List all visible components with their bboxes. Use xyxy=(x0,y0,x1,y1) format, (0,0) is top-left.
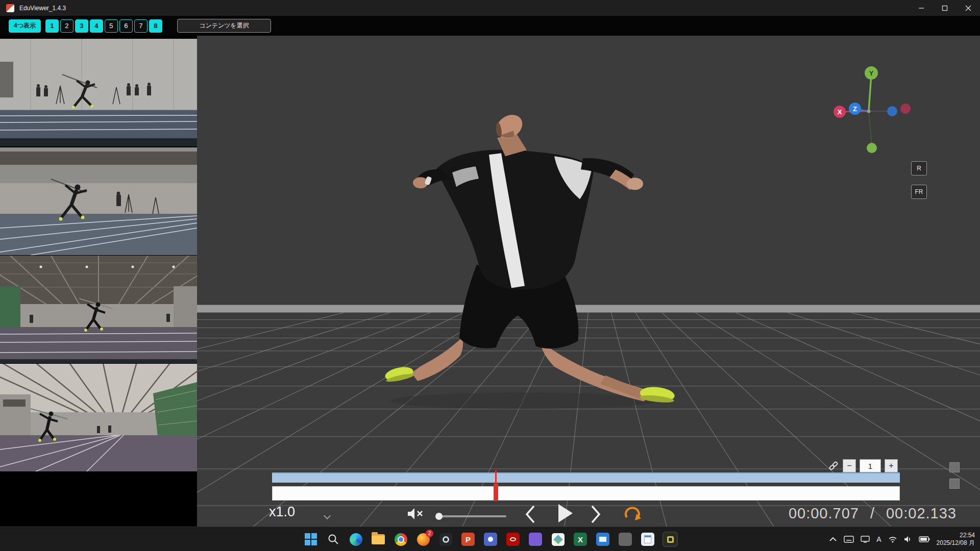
taskbar-app-display[interactable] xyxy=(596,532,610,546)
play-icon xyxy=(554,501,575,525)
video-thumbnail-panel xyxy=(0,36,197,527)
next-frame-button[interactable] xyxy=(587,503,604,527)
eduviewer-icon xyxy=(664,533,677,546)
edge-icon xyxy=(350,533,362,546)
timeline[interactable] xyxy=(272,472,900,502)
step-decrease-button[interactable]: − xyxy=(843,459,856,472)
time-display: 00:00.707/00:02.133 xyxy=(789,505,957,522)
speaker-muted-icon xyxy=(406,506,426,521)
playback-speed[interactable]: x1.0 xyxy=(269,504,295,520)
viewport-3d[interactable]: Y X Z R FR − 1 xyxy=(197,36,980,527)
system-tray: A 22:54 2025/12/08 月 xyxy=(829,527,975,551)
timeline-seek-bar[interactable] xyxy=(272,486,900,500)
app-window: EduViewer_1.4.3 4つ表示 1 2 3 4 5 6 7 8 コンテ… xyxy=(0,0,980,551)
taskbar-app-chrome[interactable] xyxy=(394,532,408,546)
playhead[interactable] xyxy=(494,470,498,502)
taskbar-app-edge[interactable] xyxy=(349,532,363,546)
four-view-toggle[interactable]: 4つ表示 xyxy=(9,19,41,33)
ime-mode-indicator[interactable]: A xyxy=(876,535,881,543)
camera-button-8[interactable]: 8 xyxy=(149,19,162,33)
taskbar-app-recorder[interactable] xyxy=(438,532,453,546)
maximize-button[interactable] xyxy=(933,0,957,16)
loop-button[interactable] xyxy=(620,500,643,526)
toolbar: 4つ表示 1 2 3 4 5 6 7 8 コンテンツを選択 xyxy=(0,16,980,36)
volume-tray-icon[interactable] xyxy=(904,536,912,543)
video-thumbnail-4[interactable] xyxy=(0,364,197,471)
search-icon xyxy=(328,534,339,545)
loop-icon xyxy=(620,500,643,524)
display-app-icon xyxy=(596,533,609,546)
gizmo-axis-neg-z[interactable] xyxy=(887,106,897,116)
grid-app-icon xyxy=(619,533,632,546)
taskbar-app-grid[interactable] xyxy=(618,532,632,546)
taskbar-icons: 2 P X xyxy=(304,527,677,551)
taskbar-app-browser[interactable]: 2 xyxy=(416,532,430,546)
reset-view-button[interactable]: R xyxy=(911,161,927,176)
timeline-range-bar[interactable] xyxy=(272,472,900,483)
gizmo-axis-z[interactable]: Z xyxy=(849,103,861,115)
minimize-icon xyxy=(918,5,924,11)
video-thumbnail-1[interactable] xyxy=(0,39,197,146)
media-app-icon xyxy=(529,533,542,546)
minimize-button[interactable] xyxy=(910,0,933,16)
clock[interactable]: 22:54 2025/12/08 月 xyxy=(937,532,975,547)
mute-button[interactable] xyxy=(406,506,426,523)
taskbar-app-powerpoint[interactable]: P xyxy=(461,532,475,546)
start-button[interactable] xyxy=(304,532,318,546)
content-select-button[interactable]: コンテンツを選択 xyxy=(177,19,271,33)
camera-button-1[interactable]: 1 xyxy=(45,19,59,33)
video-thumbnail-2[interactable] xyxy=(0,147,197,255)
chevron-right-icon xyxy=(587,503,604,525)
camera-button-3[interactable]: 3 xyxy=(75,19,88,33)
display-tray-icon[interactable] xyxy=(861,536,870,543)
play-button[interactable] xyxy=(554,501,575,527)
axis-gizmo[interactable]: Y X Z xyxy=(825,60,922,162)
camera-button-5[interactable]: 5 xyxy=(105,19,118,33)
fr-button[interactable]: FR xyxy=(911,185,927,199)
camera-button-6[interactable]: 6 xyxy=(119,19,133,33)
close-icon xyxy=(965,5,971,11)
search-button[interactable] xyxy=(326,532,340,546)
video-scene-2 xyxy=(0,147,197,255)
acrobat-icon xyxy=(506,533,520,546)
side-square-button-1[interactable] xyxy=(949,462,960,472)
link-icon[interactable] xyxy=(828,460,839,471)
wifi-icon[interactable] xyxy=(888,536,897,543)
step-increase-button[interactable]: + xyxy=(885,459,898,472)
battery-icon[interactable] xyxy=(919,536,930,542)
chevron-up-icon[interactable] xyxy=(829,537,837,542)
previous-frame-button[interactable] xyxy=(522,503,539,527)
athlete-model-shapes xyxy=(384,110,675,409)
gizmo-axis-x[interactable]: X xyxy=(834,106,846,118)
close-button[interactable] xyxy=(957,0,980,16)
gizmo-axis-y[interactable]: Y xyxy=(865,66,878,80)
excel-icon: X xyxy=(574,533,587,546)
taskbar-app-media[interactable] xyxy=(528,532,543,546)
keyboard-icon[interactable] xyxy=(844,536,854,543)
video-thumbnail-3[interactable] xyxy=(0,256,197,363)
gizmo-axis-neg-y[interactable] xyxy=(867,143,877,153)
taskbar-app-teams[interactable] xyxy=(483,532,498,546)
folder-icon xyxy=(372,534,385,544)
notification-badge: 2 xyxy=(426,530,433,537)
taskbar-app-photos[interactable] xyxy=(551,532,565,546)
time-separator: / xyxy=(870,505,875,521)
camera-button-2[interactable]: 2 xyxy=(60,19,74,33)
taskbar-app-excel[interactable]: X xyxy=(573,532,587,546)
volume-slider[interactable] xyxy=(436,512,506,520)
taskbar-app-notepad[interactable] xyxy=(641,532,655,546)
volume-knob[interactable] xyxy=(435,513,443,520)
side-square-button-2[interactable] xyxy=(949,479,960,489)
camera-button-7[interactable]: 7 xyxy=(134,19,148,33)
taskbar-app-file-explorer[interactable] xyxy=(371,532,385,546)
taskbar-app-acrobat[interactable] xyxy=(506,532,520,546)
notepad-icon xyxy=(641,533,654,546)
current-time: 00:00.707 xyxy=(789,505,859,521)
camera-button-4[interactable]: 4 xyxy=(90,19,103,33)
step-value: 1 xyxy=(860,459,881,472)
gizmo-axis-neg-x[interactable] xyxy=(900,104,911,114)
tray-time: 22:54 xyxy=(937,532,975,539)
taskbar-app-eduviewer[interactable] xyxy=(663,532,677,546)
camera-button-row: 1 2 3 4 5 6 7 8 xyxy=(45,19,162,33)
svg-text:X: X xyxy=(838,108,842,116)
